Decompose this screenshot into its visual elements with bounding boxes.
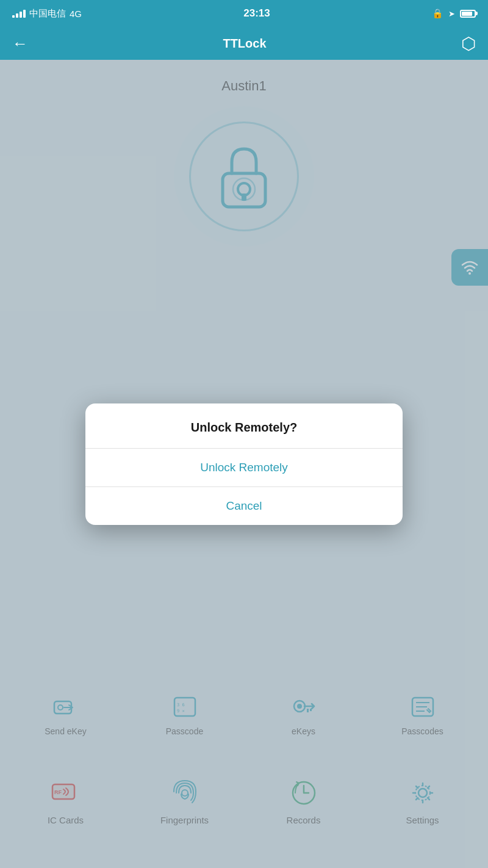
cancel-button[interactable]: Cancel	[85, 487, 403, 525]
signal-icon	[12, 10, 26, 18]
status-left: 中国电信 4G	[12, 8, 82, 20]
battery-icon	[460, 10, 476, 18]
status-time: 23:13	[243, 7, 270, 20]
back-button[interactable]: ←	[12, 34, 28, 53]
nav-title: TTLock	[223, 37, 266, 51]
status-right: 🔒 ➤	[432, 8, 476, 19]
nav-bar: ← TTLock ⬡	[0, 27, 488, 60]
carrier-label: 中国电信	[29, 8, 66, 20]
status-bar: 中国电信 4G 23:13 🔒 ➤	[0, 0, 488, 27]
lock-icon: 🔒	[432, 8, 443, 19]
network-label: 4G	[70, 9, 82, 19]
unlock-remotely-button[interactable]: Unlock Remotely	[85, 449, 403, 487]
settings-button[interactable]: ⬡	[461, 34, 476, 54]
dialog-title: Unlock Remotely?	[85, 403, 403, 449]
unlock-remotely-dialog: Unlock Remotely? Unlock Remotely Cancel	[85, 403, 403, 525]
main-content: Austin1	[0, 60, 488, 868]
location-icon: ➤	[448, 9, 455, 18]
dialog-overlay: Unlock Remotely? Unlock Remotely Cancel	[0, 60, 488, 868]
